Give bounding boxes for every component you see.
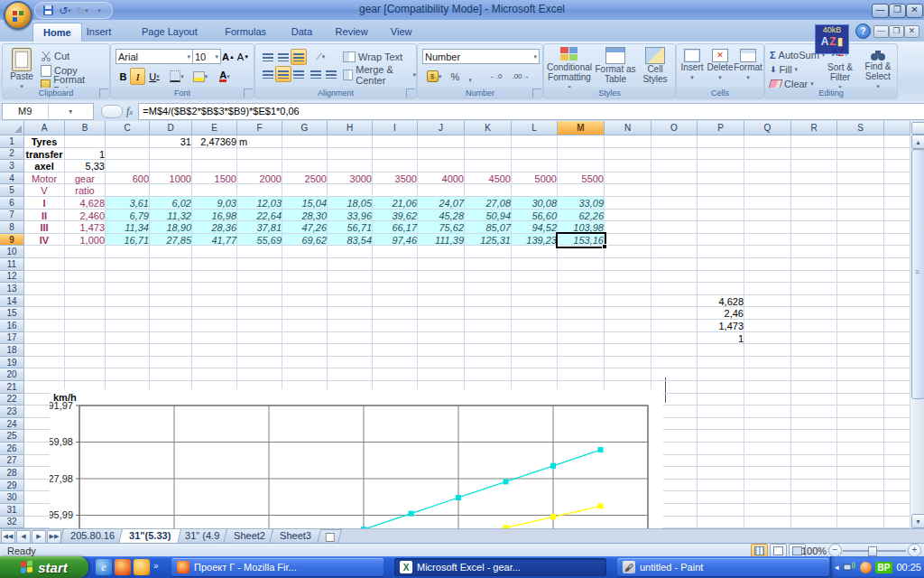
cell-L4[interactable]: 5000 [512,172,559,185]
prev-sheet-button[interactable]: ◀ [16,530,31,544]
row-header-11[interactable]: 11 [0,258,24,271]
row-header-25[interactable]: 25 [0,430,24,443]
cell-E8[interactable]: 28,36 [192,221,240,234]
cell-I4[interactable]: 3500 [373,172,420,185]
cell-M7[interactable]: 62,26 [558,210,607,222]
comma-style-button[interactable]: , [463,68,477,85]
shrink-font-button[interactable]: A▼ [236,48,251,65]
cell-I9[interactable]: 97,46 [373,234,420,247]
borders-button[interactable]: ▾ [166,68,188,85]
cell-A4[interactable]: Motor [24,172,64,185]
column-header-K[interactable]: K [465,121,512,135]
column-header-O[interactable]: O [651,121,698,135]
cell-M4[interactable]: 5500 [558,172,606,185]
cell-B7[interactable]: 2,460 [65,210,107,222]
row-header-31[interactable]: 31 [0,504,24,517]
row-header-28[interactable]: 28 [0,467,24,480]
underline-button[interactable]: U▾ [144,68,164,85]
cell-D1[interactable]: 31 [150,135,194,148]
cell-L7[interactable]: 56,60 [512,210,560,222]
cell-B9[interactable]: 1,000 [65,234,107,247]
vscroll-split-box[interactable] [911,122,924,135]
cell-E9[interactable]: 41,77 [192,234,240,247]
vscroll-thumb[interactable] [911,149,924,399]
row-header-3[interactable]: 3 [0,160,24,172]
row-header-16[interactable]: 16 [0,320,24,332]
messenger-quicklaunch-icon[interactable] [134,559,150,575]
cell-E6[interactable]: 9,03 [192,197,240,210]
cell-I8[interactable]: 66,17 [373,221,420,234]
insert-cells-button[interactable]: Insert▾ [679,49,706,82]
font-dialog-launcher[interactable] [244,89,253,98]
cell-M6[interactable]: 33,09 [558,197,607,210]
row-header-12[interactable]: 12 [0,271,24,284]
row-header-17[interactable]: 17 [0,332,24,345]
column-header-H[interactable]: H [328,121,373,135]
vscroll-down-arrow[interactable]: ▼ [911,514,924,528]
cell-G4[interactable]: 2500 [282,172,329,185]
row-header-5[interactable]: 5 [0,184,24,197]
cell-P17[interactable]: 1 [698,332,746,345]
ie-quicklaunch-icon[interactable]: e [96,559,112,575]
accounting-format-button[interactable]: $▾ [422,68,446,85]
cell-D9[interactable]: 27,85 [150,234,195,247]
sort-filter-button[interactable]: AZ↓ Sort & Filter▾ [821,48,859,92]
cell-H8[interactable]: 56,71 [328,221,375,234]
column-header-J[interactable]: J [418,121,465,135]
cell-I7[interactable]: 39,62 [373,210,420,222]
workbook-minimize-button[interactable]: — [873,25,889,38]
fill-button[interactable]: ⬇ Fill▾ [770,62,798,77]
column-header-P[interactable]: P [698,121,744,135]
column-header-L[interactable]: L [512,121,558,135]
cell-L9[interactable]: 139,23 [512,234,560,247]
cell-E7[interactable]: 16,98 [192,210,240,222]
cell-A2[interactable]: transfer [24,148,64,161]
ribbon-tab-formulas[interactable]: Formulas [215,23,276,42]
sheet-tab-205-80-16[interactable]: 205.80.16 [60,529,125,544]
cell-E1[interactable]: 2,47369 [192,135,239,148]
row-header-13[interactable]: 13 [0,283,24,295]
cell-I6[interactable]: 21,06 [373,197,420,210]
column-header-M[interactable]: M [558,121,605,135]
cell-A7[interactable]: II [24,210,64,222]
cell-L6[interactable]: 30,08 [512,197,560,210]
row-header-27[interactable]: 27 [0,455,24,468]
cell-A3[interactable]: axel [24,160,64,172]
fill-color-button[interactable]: ▾ [189,68,212,85]
select-all-corner[interactable] [0,121,24,135]
cell-A9[interactable]: IV [24,234,64,247]
font-size-select[interactable]: 10▾ [192,49,221,64]
row-header-7[interactable]: 7 [0,210,24,222]
paste-button[interactable]: Paste▾ [6,48,37,91]
cell-B5[interactable]: ratio [65,184,105,197]
align-top-button[interactable] [260,49,276,65]
increase-decimal-button[interactable]: ←.0 [483,68,508,85]
cell-H9[interactable]: 83,54 [328,234,375,247]
cell-H6[interactable]: 18,05 [328,197,375,210]
network-tray-icon[interactable] [843,561,856,574]
column-header-B[interactable]: B [65,121,106,135]
minimize-button[interactable]: — [872,4,889,18]
cell-F7[interactable]: 22,64 [237,210,285,222]
row-header-18[interactable]: 18 [0,344,24,357]
ribbon-tab-view[interactable]: View [381,23,422,42]
row-header-22[interactable]: 22 [0,394,24,406]
number-format-select[interactable]: Number▾ [422,49,540,64]
cell-C7[interactable]: 6,79 [106,210,152,222]
orientation-button[interactable]: ⟋▾ [310,49,331,65]
cell-E4[interactable]: 1500 [192,172,239,185]
task-button-firefox[interactable]: Проект Г - Mozilla Fir... [171,558,383,576]
cell-B2[interactable]: 1 [65,148,107,161]
increase-indent-button[interactable] [323,66,339,82]
cell-K8[interactable]: 85,07 [465,221,514,234]
help-button[interactable]: ? [855,23,871,39]
decrease-decimal-button[interactable]: .00→ [508,68,533,85]
vertical-scrollbar[interactable]: ▲ ▼ [910,121,924,528]
cell-P15[interactable]: 2,46 [698,307,746,320]
cell-J4[interactable]: 4000 [418,172,467,185]
column-header-G[interactable]: G [282,121,328,135]
ribbon-tab-review[interactable]: Review [326,23,378,42]
ribbon-tab-home[interactable]: Home [32,23,82,42]
name-box[interactable]: M9 ▼ [2,103,94,120]
sheet-tab-sheet2[interactable]: Sheet2 [223,529,276,544]
